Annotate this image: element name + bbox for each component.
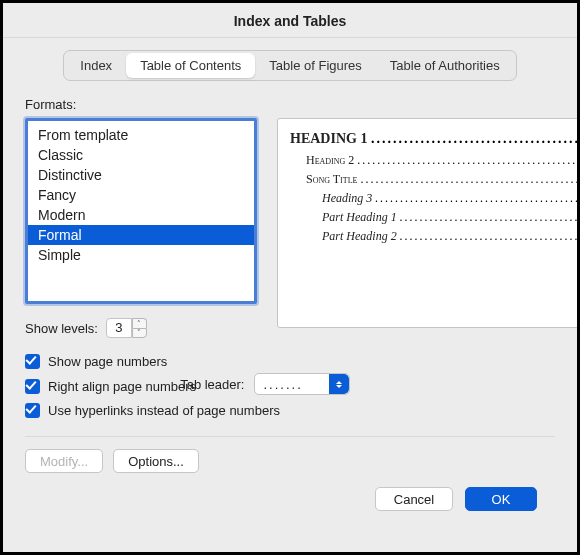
tab-table-of-contents[interactable]: Table of Contents bbox=[126, 53, 255, 78]
toc-entry-label: Part Heading 2 bbox=[322, 229, 397, 244]
toc-entry-label: HEADING 1 bbox=[290, 131, 367, 147]
toc-entry-label: Heading 2 bbox=[306, 153, 354, 168]
show-levels-value[interactable]: 3 bbox=[106, 318, 132, 338]
toc-leader: ........................................… bbox=[360, 172, 580, 187]
toc-leader: ........................................… bbox=[400, 210, 580, 225]
tab-bar: Index Table of Contents Table of Figures… bbox=[63, 50, 516, 81]
toc-leader: ........................................… bbox=[371, 131, 580, 147]
ok-button[interactable]: OK bbox=[465, 487, 537, 511]
formats-label: Formats: bbox=[25, 97, 555, 112]
divider bbox=[25, 436, 555, 437]
tab-table-of-figures[interactable]: Table of Figures bbox=[255, 53, 376, 78]
tab-leader-select[interactable]: ....... bbox=[254, 373, 350, 395]
dialog-body: Index Table of Contents Table of Figures… bbox=[3, 38, 577, 519]
label-right-align-page-numbers: Right align page numbers bbox=[48, 379, 196, 394]
formats-listbox[interactable]: From template Classic Distinctive Fancy … bbox=[25, 118, 257, 304]
format-item-fancy[interactable]: Fancy bbox=[28, 185, 254, 205]
toc-leader: ........................................… bbox=[375, 191, 580, 206]
toc-preview: HEADING 1 ..............................… bbox=[277, 118, 580, 328]
dialog-title: Index and Tables bbox=[3, 3, 577, 37]
cancel-button[interactable]: Cancel bbox=[375, 487, 453, 511]
stepper-up-icon[interactable]: ˄ bbox=[132, 318, 147, 328]
toc-entry-label: Part Heading 1 bbox=[322, 210, 397, 225]
format-item-modern[interactable]: Modern bbox=[28, 205, 254, 225]
format-item-simple[interactable]: Simple bbox=[28, 245, 254, 265]
checkbox-right-align-page-numbers[interactable] bbox=[25, 379, 40, 394]
toc-leader: ........................................… bbox=[400, 229, 580, 244]
format-item-from-template[interactable]: From template bbox=[28, 125, 254, 145]
select-arrows-icon bbox=[329, 374, 349, 394]
tab-index[interactable]: Index bbox=[66, 53, 126, 78]
format-item-classic[interactable]: Classic bbox=[28, 145, 254, 165]
format-item-formal[interactable]: Formal bbox=[28, 225, 254, 245]
show-levels-stepper[interactable]: 3 ˄ ˅ bbox=[106, 318, 147, 338]
label-show-page-numbers: Show page numbers bbox=[48, 354, 167, 369]
format-item-distinctive[interactable]: Distinctive bbox=[28, 165, 254, 185]
toc-entry-label: Heading 3 bbox=[322, 191, 372, 206]
tab-table-of-authorities[interactable]: Table of Authorities bbox=[376, 53, 514, 78]
checkbox-show-page-numbers[interactable] bbox=[25, 354, 40, 369]
modify-button: Modify... bbox=[25, 449, 103, 473]
tab-leader-label: Tab leader: bbox=[180, 377, 244, 392]
tab-leader-value: ....... bbox=[263, 377, 302, 392]
toc-leader: ........................................… bbox=[357, 153, 580, 168]
stepper-down-icon[interactable]: ˅ bbox=[132, 328, 147, 338]
toc-entry-label: Song Title bbox=[306, 172, 357, 187]
show-levels-label: Show levels: bbox=[25, 321, 98, 336]
checkbox-use-hyperlinks[interactable] bbox=[25, 403, 40, 418]
options-button[interactable]: Options... bbox=[113, 449, 199, 473]
label-use-hyperlinks: Use hyperlinks instead of page numbers bbox=[48, 403, 280, 418]
